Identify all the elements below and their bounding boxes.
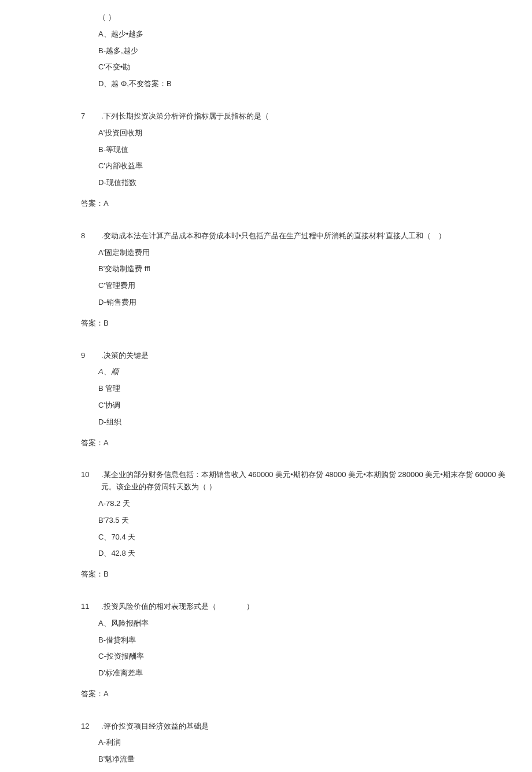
question-number: 10 bbox=[81, 469, 95, 493]
option-b: B-等现值 bbox=[98, 144, 509, 156]
question-6-partial: （ ） A、越少•越多 B-越多,越少 C'不变•勘 D、越 Φ,不变答案：B bbox=[23, 12, 509, 90]
question-stem: 11 .投资风险价值的相对表现形式是（ ） bbox=[23, 601, 509, 613]
answer: 答案：A bbox=[81, 437, 509, 449]
answer: 答案：B bbox=[81, 317, 509, 330]
question-stem: 8 .变动成本法在计算产品成本和存货成本时•只包括产品在生产过程中所消耗的直接材… bbox=[23, 230, 509, 242]
option-c: C、70.4 天 bbox=[98, 531, 509, 544]
question-text: .决策的关键是 bbox=[101, 350, 509, 362]
question-stem: 7 .下列长期投资决策分析评价指标属于反指标的是（ bbox=[23, 110, 509, 123]
option-d: D-现值指数 bbox=[98, 177, 509, 189]
question-number: 9 bbox=[81, 350, 95, 362]
question-10: 10 .某企业的部分财务信息包括：本期销售收入 460000 美元•期初存贷 4… bbox=[23, 469, 509, 581]
option-a: A-利润 bbox=[98, 737, 509, 749]
option-c: C'内部收益率 bbox=[98, 160, 509, 172]
option-b: B 管理 bbox=[98, 383, 509, 395]
option-a: A、风险报酬率 bbox=[98, 618, 509, 630]
option-a: A'投资回收期 bbox=[98, 127, 509, 139]
option-d: D、42.8 天 bbox=[98, 548, 509, 560]
option-d: D、越 Φ,不变答案：B bbox=[98, 78, 509, 90]
answer: 答案：A bbox=[81, 198, 509, 210]
question-number: 7 bbox=[81, 110, 95, 123]
question-7: 7 .下列长期投资决策分析评价指标属于反指标的是（ A'投资回收期 B-等现值 … bbox=[23, 110, 509, 210]
question-text: .某企业的部分财务信息包括：本期销售收入 460000 美元•期初存贷 4800… bbox=[101, 469, 509, 493]
option-d: D'标准离差率 bbox=[98, 667, 509, 679]
question-9: 9 .决策的关键是 A、顺 B 管理 C'协调 D-组织 答案：A bbox=[23, 350, 509, 449]
question-12: 12 .评价投资项目经济效益的基础是 A-利润 B'魁净流量 bbox=[23, 721, 509, 766]
question-stem: 9 .决策的关键是 bbox=[23, 350, 509, 362]
option-b: B'魁净流量 bbox=[98, 753, 509, 766]
answer: 答案：B bbox=[81, 568, 509, 581]
answer: 答案：A bbox=[81, 688, 509, 700]
question-text: .投资风险价值的相对表现形式是（ ） bbox=[101, 601, 509, 613]
option-b: B-越多,越少 bbox=[98, 45, 509, 57]
option-c: C'协调 bbox=[98, 400, 509, 412]
option-a: A、越少•越多 bbox=[98, 28, 509, 40]
option-a: A'固定制造费用 bbox=[98, 247, 509, 259]
option-b: B-借贷利率 bbox=[98, 634, 509, 647]
question-stem: 12 .评价投资项目经济效益的基础是 bbox=[23, 721, 509, 733]
question-11: 11 .投资风险价值的相对表现形式是（ ） A、风险报酬率 B-借贷利率 C-投… bbox=[23, 601, 509, 700]
question-stem: 10 .某企业的部分财务信息包括：本期销售收入 460000 美元•期初存贷 4… bbox=[23, 469, 509, 493]
question-text: .评价投资项目经济效益的基础是 bbox=[101, 721, 509, 733]
option-c: C'管理费用 bbox=[98, 280, 509, 292]
question-text: .变动成本法在计算产品成本和存货成本时•只包括产品在生产过程中所消耗的直接材料'… bbox=[101, 230, 509, 242]
option-b: B'变动制造费 ffl bbox=[98, 263, 509, 275]
question-number: 11 bbox=[81, 601, 95, 613]
option-d: D-组织 bbox=[98, 416, 509, 429]
question-number: 8 bbox=[81, 230, 95, 242]
option-b: B'73.5 天 bbox=[98, 515, 509, 527]
question-number: 12 bbox=[81, 721, 95, 733]
option-c: C-投资报酬率 bbox=[98, 651, 509, 663]
question-8: 8 .变动成本法在计算产品成本和存货成本时•只包括产品在生产过程中所消耗的直接材… bbox=[23, 230, 509, 330]
option-d: D-销售费用 bbox=[98, 297, 509, 309]
option-a: A-78.2 天 bbox=[98, 498, 509, 510]
option-a: A、顺 bbox=[98, 366, 509, 378]
question-text: .下列长期投资决策分析评价指标属于反指标的是（ bbox=[101, 110, 509, 123]
option-c: C'不变•勘 bbox=[98, 61, 509, 73]
stem-placeholder: （ ） bbox=[98, 12, 509, 24]
